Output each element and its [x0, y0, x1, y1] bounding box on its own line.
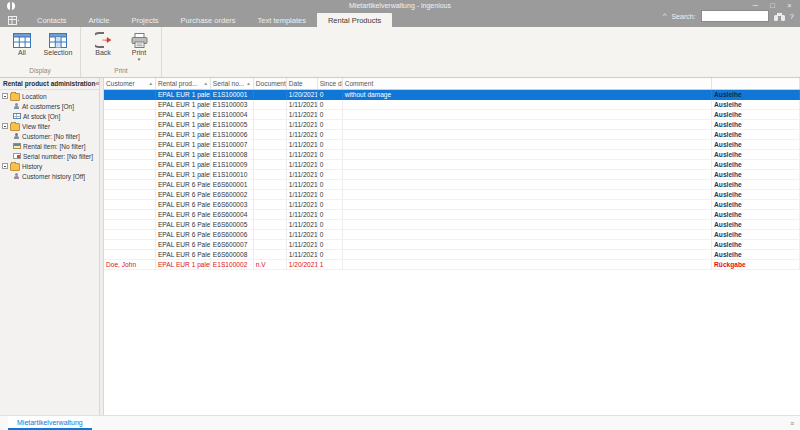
- table-row[interactable]: EPAL EUR 6 PalettE6S6000011/11/20210Ausl…: [104, 180, 800, 190]
- column-header-comment[interactable]: Comment: [343, 78, 712, 89]
- cell-customer: [104, 140, 156, 150]
- cell-customer: [104, 170, 156, 180]
- cell-date: 1/11/2021: [287, 120, 318, 130]
- column-header-label: Date: [289, 80, 303, 87]
- cell-action[interactable]: Ausleihe: [712, 240, 800, 250]
- cell-action[interactable]: Ausleihe: [712, 120, 800, 130]
- cell-document: [254, 190, 287, 200]
- table-row[interactable]: EPAL EUR 1 palettE1S1000061/11/20210Ausl…: [104, 130, 800, 140]
- cell-serial: E1S100004: [211, 110, 254, 120]
- cell-since: 0: [318, 110, 343, 120]
- cell-action[interactable]: Rückgabe: [712, 260, 800, 270]
- table-row[interactable]: EPAL EUR 6 PalettE6S6000041/11/20210Ausl…: [104, 210, 800, 220]
- tree-item-at-customers-on[interactable]: At customers [On]: [0, 101, 99, 111]
- table-row[interactable]: EPAL EUR 1 palettE1S1000011/20/20210with…: [104, 90, 800, 100]
- collapse-node-icon[interactable]: [2, 163, 8, 169]
- tree-item-history[interactable]: History: [0, 161, 99, 171]
- column-header-rental-prod[interactable]: Rental prod...▲: [156, 78, 211, 89]
- cell-product: EPAL EUR 6 Palett: [156, 220, 211, 230]
- tree-item-customer-history-off[interactable]: Customer history [Off]: [0, 171, 99, 181]
- cell-action[interactable]: Ausleihe: [712, 180, 800, 190]
- cell-action[interactable]: Ausleihe: [712, 200, 800, 210]
- all-button[interactable]: All: [6, 29, 38, 65]
- cell-product: EPAL EUR 6 Palett: [156, 190, 211, 200]
- app-menu-icon[interactable]: [6, 14, 20, 26]
- cell-product: EPAL EUR 6 Palett: [156, 230, 211, 240]
- cell-action[interactable]: Ausleihe: [712, 150, 800, 160]
- table-row[interactable]: EPAL EUR 1 palettE1S1000101/11/20210Ausl…: [104, 170, 800, 180]
- document-tab[interactable]: Mietartikelverwaltung: [8, 416, 92, 430]
- cell-action[interactable]: Ausleihe: [712, 170, 800, 180]
- cell-action[interactable]: Ausleihe: [712, 190, 800, 200]
- cell-since: 0: [318, 220, 343, 230]
- cell-document: [254, 170, 287, 180]
- tree-item-at-stock-on[interactable]: At stock [On]: [0, 111, 99, 121]
- table-row[interactable]: EPAL EUR 1 palettE1S1000041/11/20210Ausl…: [104, 110, 800, 120]
- tree-item-serial-number-no-filter[interactable]: Serial number: [No filter]: [0, 151, 99, 161]
- back-button[interactable]: Back: [87, 29, 119, 65]
- cell-product: EPAL EUR 1 palett: [156, 160, 211, 170]
- column-header-action[interactable]: [712, 78, 800, 89]
- cell-date: 1/11/2021: [287, 220, 318, 230]
- cell-document: [254, 100, 287, 110]
- cell-action[interactable]: Ausleihe: [712, 220, 800, 230]
- tab-projects[interactable]: Projects: [120, 13, 169, 28]
- table-row[interactable]: Doe, JohnEPAL EUR 1 palettE1S100002n.V1/…: [104, 260, 800, 270]
- grid-body[interactable]: EPAL EUR 1 palettE1S1000011/20/20210with…: [104, 90, 800, 416]
- column-header-customer[interactable]: Customer▲: [104, 78, 156, 89]
- column-header-since-d[interactable]: Since d...: [318, 78, 343, 89]
- tree-item-location[interactable]: Location: [0, 91, 99, 101]
- cell-action[interactable]: Ausleihe: [712, 160, 800, 170]
- collapse-ribbon-icon[interactable]: ^: [663, 12, 667, 20]
- cell-action[interactable]: Ausleihe: [712, 110, 800, 120]
- table-row[interactable]: EPAL EUR 1 palettE1S1000071/11/20210Ausl…: [104, 140, 800, 150]
- table-row[interactable]: EPAL EUR 1 palettE1S1000081/11/20210Ausl…: [104, 150, 800, 160]
- cell-document: [254, 160, 287, 170]
- selection-button[interactable]: Selection: [42, 29, 74, 65]
- search-input[interactable]: [701, 10, 769, 22]
- tab-list-icon[interactable]: ≡: [790, 420, 794, 427]
- tree-item-customer-no-filter[interactable]: Customer: [No filter]: [0, 131, 99, 141]
- table-row[interactable]: EPAL EUR 6 PalettE6S6000051/11/20210Ausl…: [104, 220, 800, 230]
- collapse-node-icon[interactable]: [2, 123, 8, 129]
- tab-text-templates[interactable]: Text templates: [247, 13, 317, 28]
- cell-date: 1/20/2021: [287, 90, 318, 100]
- table-row[interactable]: EPAL EUR 6 PalettE6S6000071/11/20210Ausl…: [104, 240, 800, 250]
- tab-article[interactable]: Article: [78, 13, 121, 28]
- cell-action[interactable]: Ausleihe: [712, 100, 800, 110]
- cell-date: 1/11/2021: [287, 100, 318, 110]
- cell-action[interactable]: Ausleihe: [712, 90, 800, 100]
- tab-contacts[interactable]: Contacts: [26, 13, 78, 28]
- print-button[interactable]: Print▾: [123, 29, 155, 65]
- help-icon[interactable]: ?: [790, 12, 794, 21]
- cell-document: [254, 180, 287, 190]
- cell-date: 1/11/2021: [287, 110, 318, 120]
- table-row[interactable]: EPAL EUR 1 palettE1S1000031/11/20210Ausl…: [104, 100, 800, 110]
- table-row[interactable]: EPAL EUR 6 PalettE6S6000061/11/20210Ausl…: [104, 230, 800, 240]
- table-row[interactable]: EPAL EUR 6 PalettE6S6000081/11/20210Ausl…: [104, 250, 800, 260]
- cell-date: 1/11/2021: [287, 180, 318, 190]
- grid-header-row: Customer▲Rental prod...▲Serial no...▲Doc…: [104, 78, 800, 90]
- tab-purchase-orders[interactable]: Purchase orders: [170, 13, 247, 28]
- printer-icon: [129, 31, 149, 49]
- cell-action[interactable]: Ausleihe: [712, 130, 800, 140]
- table-row[interactable]: EPAL EUR 1 palettE1S1000051/11/20210Ausl…: [104, 120, 800, 130]
- tree-item-view-filter[interactable]: View filter: [0, 121, 99, 131]
- table-row[interactable]: EPAL EUR 1 palettE1S1000091/11/20210Ausl…: [104, 160, 800, 170]
- cell-action[interactable]: Ausleihe: [712, 250, 800, 260]
- customer-at-icon: [13, 103, 20, 110]
- table-row[interactable]: EPAL EUR 6 PalettE6S6000031/11/20210Ausl…: [104, 200, 800, 210]
- column-header-date[interactable]: Date: [287, 78, 318, 89]
- cell-action[interactable]: Ausleihe: [712, 230, 800, 240]
- cell-comment: [343, 220, 712, 230]
- collapse-node-icon[interactable]: [2, 93, 8, 99]
- column-header-serial-no[interactable]: Serial no...▲: [211, 78, 254, 89]
- tab-rental-products[interactable]: Rental Products: [317, 13, 392, 28]
- cell-action[interactable]: Ausleihe: [712, 140, 800, 150]
- table-row[interactable]: EPAL EUR 6 PalettE6S6000021/11/20210Ausl…: [104, 190, 800, 200]
- cell-action[interactable]: Ausleihe: [712, 210, 800, 220]
- binoculars-icon[interactable]: [774, 7, 785, 25]
- collapse-sidebar-icon[interactable]: «: [95, 80, 99, 87]
- tree-item-rental-item-no-filter[interactable]: Rental item: [No filter]: [0, 141, 99, 151]
- column-header-document[interactable]: Document: [254, 78, 287, 89]
